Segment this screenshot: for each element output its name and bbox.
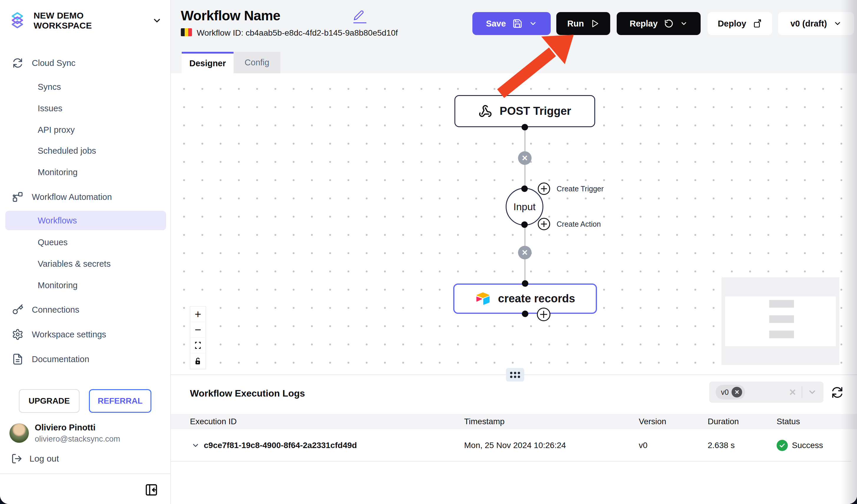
log-row[interactable]: c9ce7f81-19c8-4900-8f64-2a2331cfd49d Mon… — [171, 429, 851, 462]
sidebar-item-queues[interactable]: Queues — [38, 233, 68, 251]
webhook-icon — [478, 105, 492, 118]
version-filter-select[interactable]: v0 ✕ ✕ — [709, 382, 823, 403]
connector-handle[interactable] — [522, 124, 528, 131]
sidebar-item-workflow-automation[interactable]: Workflow Automation — [12, 188, 112, 206]
delete-edge-button[interactable]: ✕ — [518, 246, 532, 259]
replay-button[interactable]: Replay — [617, 12, 701, 35]
refresh-logs-button[interactable] — [830, 386, 844, 399]
sidebar-item-workflows-active[interactable]: Workflows — [5, 211, 166, 230]
filter-chip-v0: v0 ✕ — [716, 385, 745, 399]
connector-handle[interactable] — [521, 221, 528, 228]
clear-filter-icon[interactable]: ✕ — [789, 387, 796, 397]
create-trigger-button[interactable] — [538, 183, 550, 195]
minimap-node — [769, 331, 794, 338]
sidebar-item-label: Workspace settings — [32, 330, 106, 340]
sidebar-item-issues[interactable]: Issues — [38, 100, 63, 117]
deploy-icon — [753, 19, 762, 28]
tab-config[interactable]: Config — [234, 52, 280, 73]
sidebar-item-connections[interactable]: Connections — [12, 300, 79, 319]
sidebar-item-cloud-sync[interactable]: Cloud Sync — [12, 54, 75, 72]
sidebar-item-syncs[interactable]: Syncs — [38, 78, 61, 96]
node-post-trigger[interactable]: POST Trigger — [454, 95, 595, 127]
connector-handle[interactable] — [522, 311, 528, 317]
refresh-icon — [830, 386, 844, 399]
connector-handle[interactable] — [522, 280, 528, 287]
fit-view-button[interactable] — [190, 338, 205, 353]
app-window: NEW DEMO WORKSPACE Cloud Sync Syncs Issu… — [0, 0, 857, 504]
sidebar-item-monitoring-workflow[interactable]: Monitoring — [38, 276, 78, 294]
chevron-down-icon[interactable] — [808, 387, 817, 397]
replay-icon — [664, 19, 673, 28]
zoom-in-button[interactable]: + — [190, 307, 205, 322]
logs-table-header: Execution ID Timestamp Version Duration … — [171, 414, 857, 429]
canvas-zoom-controls: + − — [190, 306, 206, 369]
node-label: POST Trigger — [500, 105, 571, 118]
sidebar-item-label: Documentation — [32, 354, 89, 364]
zoom-out-button[interactable]: − — [190, 322, 205, 338]
sidebar-footer-divider — [0, 473, 170, 474]
chevron-down-icon[interactable] — [680, 20, 688, 28]
tab-designer[interactable]: Designer — [182, 52, 234, 73]
version-select[interactable]: v0 (draft) — [778, 12, 854, 35]
logs-title: Workflow Execution Logs — [190, 388, 305, 399]
sidebar-item-api-proxy[interactable]: API proxy — [38, 121, 75, 139]
create-action-label[interactable]: Create Action — [557, 220, 601, 228]
airtable-icon — [475, 291, 490, 307]
logout-button[interactable]: Log out — [11, 450, 59, 467]
user-email: oliviero@stacksync.com — [35, 435, 120, 444]
workflow-canvas[interactable]: POST Trigger ✕ Input Create Trigger Crea… — [171, 73, 857, 375]
cell-status: Success — [777, 429, 823, 462]
gear-icon — [12, 329, 23, 340]
deploy-button[interactable]: Deploy — [708, 12, 772, 35]
chevron-down-icon[interactable] — [529, 19, 537, 28]
execution-logs-panel: Workflow Execution Logs v0 ✕ ✕ Execution… — [171, 375, 857, 504]
edit-workflow-name-button[interactable] — [353, 10, 366, 23]
upgrade-button[interactable]: UPGRADE — [19, 389, 80, 413]
connector-handle[interactable] — [521, 186, 528, 192]
sidebar-item-monitoring-sync[interactable]: Monitoring — [38, 163, 78, 181]
sidebar-item-label: Cloud Sync — [32, 58, 75, 68]
sidebar-item-scheduled-jobs[interactable]: Scheduled jobs — [38, 142, 96, 160]
run-button[interactable]: Run — [556, 12, 610, 35]
success-check-icon — [777, 440, 788, 451]
workspace-switcher[interactable]: NEW DEMO WORKSPACE — [9, 10, 162, 31]
avatar[interactable] — [10, 423, 29, 443]
create-action-button[interactable] — [538, 218, 550, 230]
create-trigger-label[interactable]: Create Trigger — [557, 185, 604, 193]
key-icon — [12, 304, 23, 316]
col-version: Version — [639, 414, 666, 429]
remove-chip-button[interactable]: ✕ — [732, 387, 742, 397]
sidebar-item-label: Connections — [32, 305, 79, 315]
filter-separator — [802, 386, 802, 398]
cell-version: v0 — [639, 429, 648, 462]
referral-button[interactable]: REFERRAL — [89, 389, 151, 413]
add-next-step-button[interactable] — [537, 308, 551, 321]
collapse-sidebar-button[interactable] — [144, 482, 159, 498]
belgium-flag-icon — [181, 28, 192, 36]
sidebar-item-variables-secrets[interactable]: Variables & secrets — [38, 255, 111, 273]
expand-row-icon[interactable] — [191, 441, 200, 450]
canvas-minimap[interactable] — [722, 277, 839, 365]
lock-icon — [194, 357, 202, 365]
page-title: Workflow Name — [181, 8, 280, 23]
document-icon — [12, 353, 23, 365]
chevron-down-icon — [834, 19, 842, 28]
delete-edge-button[interactable]: ✕ — [518, 151, 532, 165]
sync-icon — [12, 57, 23, 69]
panel-resize-handle[interactable] — [506, 368, 524, 382]
drag-dots-icon — [510, 372, 520, 378]
workflow-icon — [12, 191, 23, 203]
workspace-logo-icon — [9, 12, 26, 29]
panel-collapse-icon — [145, 483, 158, 497]
logout-icon — [11, 453, 22, 464]
workspace-name: NEW DEMO WORKSPACE — [34, 11, 144, 31]
lock-button[interactable] — [190, 353, 205, 369]
sidebar: NEW DEMO WORKSPACE Cloud Sync Syncs Issu… — [0, 0, 171, 504]
save-button[interactable]: Save — [472, 12, 551, 35]
sidebar-item-workspace-settings[interactable]: Workspace settings — [12, 325, 106, 344]
cell-execution-id: c9ce7f81-19c8-4900-8f64-2a2331cfd49d — [204, 429, 357, 462]
workflow-id: Workflow ID: cb4aab5b-e8dc-4fd2-b145-9a8… — [197, 28, 398, 38]
node-input[interactable]: Input — [506, 188, 543, 226]
sidebar-item-documentation[interactable]: Documentation — [12, 350, 89, 368]
node-create-records[interactable]: create records — [453, 283, 597, 314]
